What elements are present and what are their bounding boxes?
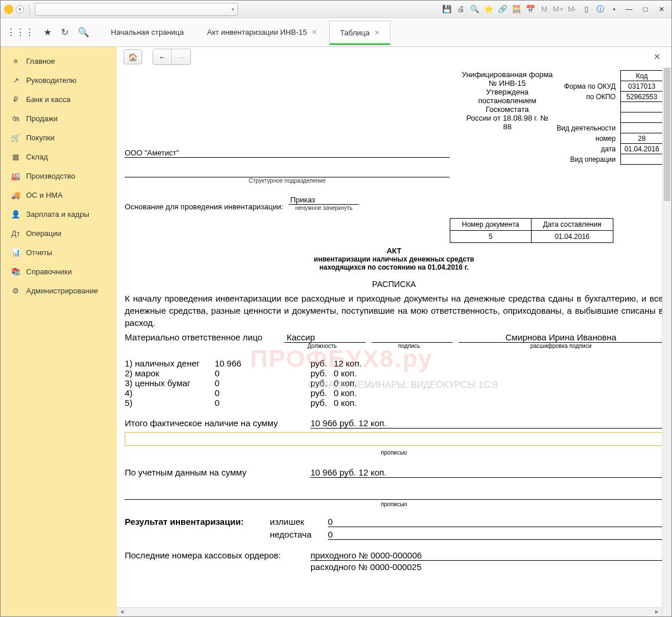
- org-name: ООО "Аметист": [125, 148, 450, 158]
- resp-position: Кассир: [284, 332, 366, 343]
- sidebar-item-assets[interactable]: 🚚ОС и НМА: [1, 186, 117, 205]
- calendar-icon[interactable]: 📅: [525, 4, 536, 14]
- codes-table: Код Форма по ОКУД0317013 по ОКПО52962553…: [553, 70, 663, 165]
- forward-button[interactable]: →: [172, 49, 190, 64]
- bag-icon: 🛍: [11, 114, 20, 123]
- books-icon: 📚: [11, 267, 20, 276]
- surplus-value: 0: [328, 517, 663, 527]
- sidebar: ≡Главное ↗Руководителю ₽Банк и касса 🛍Пр…: [1, 47, 117, 616]
- minimize-button[interactable]: —: [623, 3, 635, 15]
- star-icon[interactable]: ★: [44, 27, 52, 38]
- document: ПРОФБУХ8.ру ОНЛАЙН-СЕМИНАРЫ. ВИДЕОКУРСЫ …: [117, 67, 671, 595]
- gear-icon: ⚙: [11, 286, 20, 295]
- truck-icon: 🚚: [11, 191, 20, 199]
- vertical-scrollbar[interactable]: [662, 67, 671, 616]
- home-button[interactable]: 🏠: [124, 49, 142, 64]
- sidebar-item-purchase[interactable]: 🛒Покупки: [1, 128, 117, 147]
- link-icon[interactable]: 🔗: [497, 4, 508, 14]
- ruble-icon: ₽: [11, 95, 20, 104]
- resp-label: Материально ответственное лицо: [125, 332, 284, 349]
- calc-icon[interactable]: 🧮: [511, 4, 522, 14]
- subdiv-label: Структурное подразделение: [125, 177, 450, 184]
- sidebar-item-main[interactable]: ≡Главное: [1, 52, 117, 71]
- factory-icon: 🏭: [11, 172, 20, 180]
- selected-cell[interactable]: [125, 432, 663, 446]
- favorite-icon[interactable]: ⭐: [483, 4, 494, 14]
- doc-id-table: Номер документаДата составления 501.04.2…: [450, 218, 613, 243]
- shortage-value: 0: [328, 529, 663, 540]
- sidebar-item-sales[interactable]: 🛍Продажи: [1, 109, 117, 128]
- history-icon[interactable]: ↻: [61, 27, 68, 38]
- basis-value: Приказ: [289, 195, 359, 205]
- maximize-button[interactable]: □: [639, 3, 652, 15]
- search-icon[interactable]: 🔍: [78, 27, 89, 38]
- chart-icon: ↗: [11, 76, 20, 85]
- sidebar-item-warehouse[interactable]: ▦Склад: [1, 147, 117, 166]
- result-label: Результат инвентаризации:: [125, 517, 270, 527]
- basis-label: Основание для проведения инвентаризации:: [125, 202, 283, 211]
- bars-icon: 📊: [11, 248, 20, 257]
- panel-icon[interactable]: ▯: [581, 4, 591, 14]
- act-title: АКТ: [125, 246, 663, 255]
- close-icon[interactable]: ✕: [312, 28, 317, 36]
- sidebar-item-hr[interactable]: 👤Зарплата и кадры: [1, 205, 117, 224]
- sidebar-item-bank[interactable]: ₽Банк и касса: [1, 90, 117, 109]
- person-icon: 👤: [11, 210, 20, 219]
- tabbar: ⋮⋮⋮ ★ ↻ 🔍 Начальная страница Акт инвента…: [1, 18, 671, 47]
- close-icon[interactable]: ✕: [374, 29, 380, 37]
- titlebar: ▾ ▾ 💾 🖨 🔍 ⭐ 🔗 🧮 📅 M M+ M- ▯ ⓘ ▾ — □ ✕: [1, 1, 671, 18]
- sidebar-item-admin[interactable]: ⚙Администрирование: [1, 281, 117, 300]
- tab-label: Акт инвентаризации ИНВ-15: [207, 28, 307, 37]
- close-button[interactable]: ✕: [655, 3, 668, 15]
- menu-icon: ≡: [11, 57, 20, 66]
- last-orders-label: Последние номера кассовых ордеров:: [125, 550, 310, 561]
- cart-icon: 🛒: [11, 133, 20, 142]
- sidebar-item-production[interactable]: 🏭Производство: [1, 166, 117, 186]
- sidebar-item-refs[interactable]: 📚Справочники: [1, 262, 117, 281]
- m-minus-icon[interactable]: M-: [567, 4, 577, 14]
- receipt-title: РАСПИСКА: [125, 280, 663, 289]
- account-label: По учетным данным на сумму: [125, 467, 310, 478]
- total-label: Итого фактическое наличие на сумму: [125, 418, 310, 429]
- tab-label: Таблица: [340, 28, 370, 37]
- content-toolbar: 🏠 ← → ✕: [117, 47, 671, 67]
- tab-act[interactable]: Акт инвентаризации ИНВ-15✕: [196, 21, 328, 44]
- grid-icon: ▦: [11, 153, 20, 161]
- items-list: 1) наличных денег10 966руб.12 коп. 2) ма…: [125, 358, 663, 408]
- in-order: приходного № 0000-000006: [310, 550, 663, 561]
- sidebar-item-manager[interactable]: ↗Руководителю: [1, 71, 117, 90]
- horizontal-scrollbar[interactable]: [117, 607, 662, 616]
- content-close-button[interactable]: ✕: [650, 52, 664, 62]
- tab-home[interactable]: Начальная страница: [100, 21, 195, 44]
- sidebar-item-reports[interactable]: 📊Отчеты: [1, 243, 117, 262]
- tab-label: Начальная страница: [111, 28, 184, 37]
- account-value: 10 966 руб. 12 коп.: [310, 467, 663, 478]
- info-dropdown-icon[interactable]: ▾: [609, 4, 619, 14]
- out-order: расходного № 0000-000025: [310, 562, 663, 572]
- save-icon[interactable]: 💾: [442, 4, 452, 14]
- dropdown-icon[interactable]: ▾: [16, 5, 24, 13]
- m-plus-icon[interactable]: M+: [553, 4, 563, 14]
- back-button[interactable]: ←: [153, 49, 172, 64]
- print-icon[interactable]: 🖨: [456, 4, 466, 14]
- preview-icon[interactable]: 🔍: [469, 4, 480, 14]
- ops-icon: Дт: [11, 229, 20, 238]
- m-icon[interactable]: M: [539, 4, 550, 14]
- receipt-body: К началу проведения инвентаризации все р…: [125, 292, 663, 329]
- sidebar-item-operations[interactable]: ДтОперации: [1, 224, 117, 243]
- resp-name: Смирнова Ирина Ивановна: [458, 332, 663, 343]
- apps-icon[interactable]: ⋮⋮⋮: [6, 27, 34, 38]
- app-icon: [4, 5, 13, 14]
- total-value: 10 966 руб. 12 коп.: [310, 418, 663, 429]
- info-icon[interactable]: ⓘ: [595, 4, 605, 14]
- title-dropdown[interactable]: ▾: [35, 3, 238, 16]
- tab-table[interactable]: Таблица✕: [329, 21, 391, 44]
